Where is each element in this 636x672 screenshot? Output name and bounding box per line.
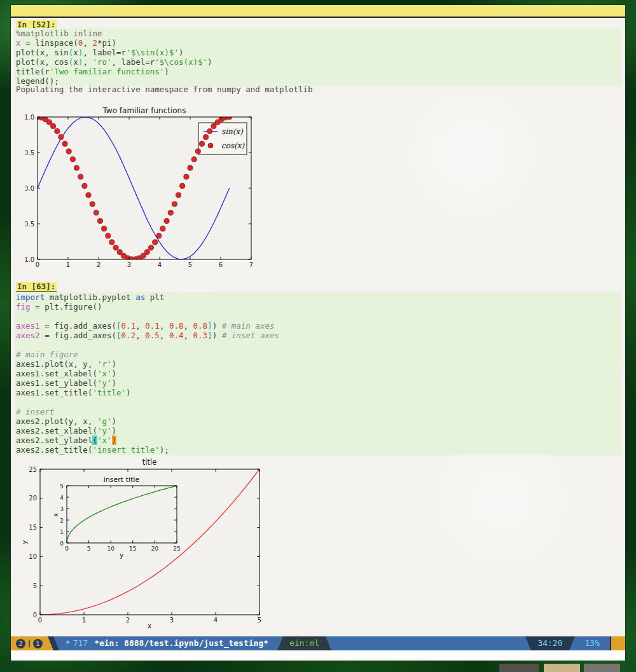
code-line [16,397,621,407]
code-token: ( [92,435,97,445]
svg-text:15: 15 [129,545,136,552]
code-line: title(r'Two familiar functions') [16,67,621,76]
code-token: axes2.set_title( [16,445,92,455]
modeline-buffer-info: * 717 *ein: 8888/test.ipynb/just_testing… [59,636,277,650]
code-token: ] [207,321,212,331]
svg-text:25: 25 [173,545,180,552]
code-line: axes2.set_title('insert title'); [16,445,621,455]
code-token: [ [116,331,121,340]
cell-input-label[interactable]: In [63]: [16,282,57,292]
window-number-icon[interactable]: 2 [16,639,25,648]
svg-text:4: 4 [158,261,162,268]
code-token: plot(x, cos [16,57,69,67]
svg-text:0: 0 [33,612,37,619]
code-cell-1[interactable]: %matplotlib inlinex = linspace(0, 2*pi)p… [15,28,621,86]
code-token: 'x' [97,435,112,445]
code-token: ] [207,331,212,340]
code-token: plt [145,292,164,302]
taskbar-window-preview[interactable] [544,664,580,672]
svg-text:2: 2 [97,261,100,268]
code-token: axes1 [16,321,40,331]
code-token: 'insert title' [92,445,159,455]
window-number-icon[interactable]: 1 [33,639,43,648]
code-token: # main figure [16,350,78,359]
y-axis-label: y [20,540,28,544]
code-token: x [16,38,21,48]
code-token: , label=r [112,57,155,67]
modeline-line-number: 717 [73,636,88,650]
modeline-major-mode[interactable]: ein:ml [283,636,326,650]
code-token: 'y' [97,378,112,388]
code-token: = fig.add_axes( [40,321,116,331]
modeline-window-numbers: 2 | 1 [11,636,48,650]
code-token: # inset axes [222,331,279,340]
code-token: 'y' [97,426,112,435]
code-token: 0.8 [193,321,208,331]
svg-text:3: 3 [170,617,174,624]
code-token: # main axes [222,321,275,331]
modeline-spacer [331,636,525,650]
code-token: ) [112,426,117,435]
code-token: %matplotlib inline [16,29,102,38]
code-token: [ [116,321,121,331]
svg-text:6: 6 [219,261,223,268]
code-token: 0.3 [193,331,208,340]
code-token: *pi) [97,38,116,48]
code-token: ) [112,369,117,378]
code-cell-2[interactable]: import matplotlib.pyplot as pltfig = plt… [15,292,621,455]
code-token: x [73,48,78,57]
svg-text:5: 5 [188,261,192,268]
echo-area[interactable] [11,650,625,661]
modeline-scroll-percent: 13% [575,636,610,650]
svg-text:1.0: 1.0 [25,114,34,121]
svg-text:5: 5 [33,582,37,589]
svg-text:0: 0 [60,540,64,547]
code-token: ) [207,57,212,67]
code-token: ) [179,48,184,57]
code-line: # insert [16,407,621,416]
code-token: ) [112,378,117,388]
taskbar-window-preview[interactable] [584,664,620,672]
code-line: axes2 = fig.add_axes([0.2, 0.5, 0.4, 0.3… [16,331,621,340]
taskbar-window-preview[interactable] [499,664,539,672]
code-token: # insert [16,407,54,416]
chart-title: Two familiar functions [102,106,186,115]
modeline-cursor-position: 34:20 [531,636,569,650]
cell-output-text: Populating the interactive namespace fro… [16,85,313,94]
svg-text:4: 4 [214,617,218,624]
code-token: import [16,292,45,302]
notebook-header-bar[interactable]: IP[63]: /1: just_testing\ [+] [11,5,625,18]
svg-text:20: 20 [151,545,159,552]
code-token: 'x' [97,369,112,378]
x-axis-label: x [148,622,151,629]
svg-text:-0.5: -0.5 [25,221,34,228]
powerline-separator-icon [53,636,59,650]
svg-text:0.0: 0.0 [25,185,34,192]
scroll-percent-label: 13% [575,636,610,650]
code-token: ) [112,359,117,369]
code-token: 0.8 [169,321,184,331]
code-line: axes1.set_xlabel('x') [16,369,621,378]
code-line: import matplotlib.pyplot as plt [16,292,621,302]
code-line [16,312,621,321]
code-token: ) [164,67,169,76]
powerline-separator-icon [326,636,331,650]
code-line: axes2.set_ylabel('x') [16,435,621,445]
svg-text:0.5: 0.5 [25,149,34,156]
modeline-buffer-name[interactable]: *ein: 8888/test.ipynb/just_testing* [88,636,277,650]
svg-text:10: 10 [29,553,37,560]
svg-text:cos(x): cos(x) [221,141,245,150]
svg-text:3: 3 [127,261,131,268]
code-token: axes1.set_xlabel( [16,369,97,378]
code-token: ) [212,321,222,331]
code-token: matplotlib.pyplot [45,292,135,302]
code-token: as [135,292,145,302]
code-token: 'title' [92,388,126,397]
notebook-buffer[interactable]: In [52]: %matplotlib inlinex = linspace(… [11,18,625,636]
code-line: plot(x, sin(x), label=r'$\sin(x)$') [16,48,621,57]
code-token: '$\cos(x)$' [155,57,207,67]
svg-text:20: 20 [29,495,37,502]
code-token: 2 [92,38,97,48]
chart-title: insert title [104,476,140,484]
modeline-end-cap [610,636,625,650]
